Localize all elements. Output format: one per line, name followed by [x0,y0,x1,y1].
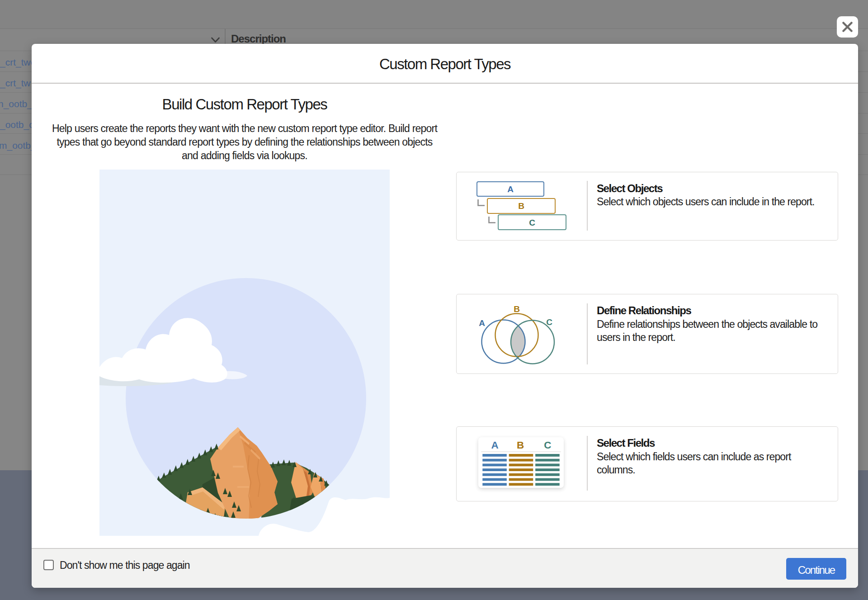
svg-text:A: A [507,184,514,194]
svg-text:B: B [518,201,524,211]
svg-text:A: A [491,439,498,451]
svg-text:A: A [479,318,485,328]
svg-text:C: C [529,218,535,227]
svg-text:C: C [544,439,551,451]
svg-text:B: B [517,439,524,451]
svg-text:C: C [546,317,552,327]
svg-text:B: B [514,304,520,314]
